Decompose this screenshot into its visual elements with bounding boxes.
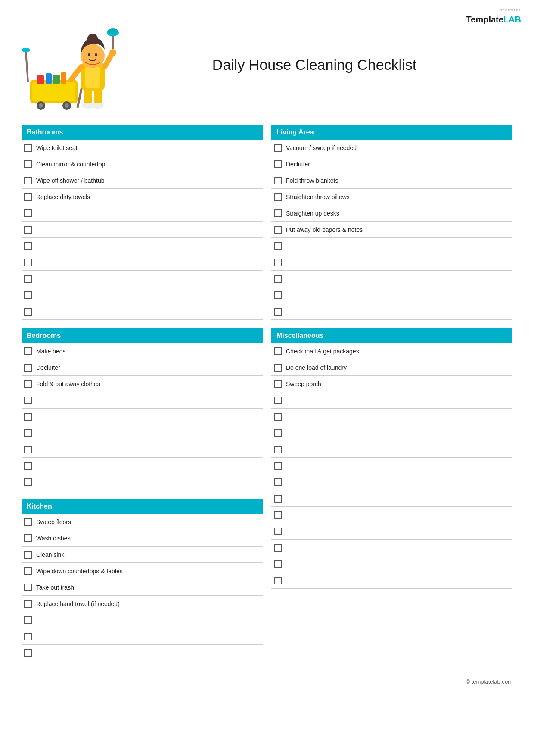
checkbox[interactable] <box>274 511 282 519</box>
checkbox[interactable] <box>24 209 32 217</box>
checkbox[interactable] <box>274 226 282 234</box>
checkbox[interactable] <box>24 567 32 575</box>
checklist-item[interactable]: Vacuum / sweep if needed <box>271 140 512 156</box>
checkbox[interactable] <box>24 518 32 526</box>
checklist-item[interactable] <box>271 458 512 474</box>
checklist-item[interactable] <box>22 628 263 645</box>
checkbox[interactable] <box>24 649 32 657</box>
checkbox[interactable] <box>24 177 32 184</box>
checkbox[interactable] <box>24 259 32 266</box>
checkbox[interactable] <box>274 478 282 486</box>
checkbox[interactable] <box>274 259 282 266</box>
checklist-item[interactable]: Sweep porch <box>271 376 512 392</box>
checkbox[interactable] <box>24 616 32 624</box>
checklist-item[interactable] <box>271 409 512 425</box>
checklist-item[interactable] <box>271 507 512 523</box>
checklist-item[interactable]: Clean mirror & countertop <box>22 156 263 172</box>
checkbox[interactable] <box>274 544 282 552</box>
checkbox[interactable] <box>274 308 282 316</box>
checkbox[interactable] <box>24 364 32 372</box>
checklist-item[interactable] <box>271 254 512 271</box>
checklist-item[interactable]: Fold & put away clothes <box>22 376 263 392</box>
checkbox[interactable] <box>274 413 282 421</box>
checklist-item[interactable] <box>271 303 512 320</box>
checkbox[interactable] <box>274 160 282 168</box>
checklist-item[interactable] <box>271 238 512 254</box>
checkbox[interactable] <box>24 160 32 168</box>
checklist-item[interactable] <box>22 222 263 238</box>
checklist-item[interactable] <box>271 540 512 556</box>
checklist-item[interactable] <box>22 425 263 441</box>
checklist-item[interactable]: Declutter <box>271 156 512 172</box>
checklist-item[interactable] <box>271 490 512 507</box>
checkbox[interactable] <box>24 462 32 470</box>
checkbox[interactable] <box>274 364 282 372</box>
checklist-item[interactable] <box>22 392 263 409</box>
checklist-item[interactable] <box>271 287 512 303</box>
checkbox[interactable] <box>274 209 282 217</box>
checkbox[interactable] <box>24 600 32 608</box>
checklist-item[interactable] <box>271 441 512 458</box>
checkbox[interactable] <box>24 347 32 355</box>
checkbox[interactable] <box>274 144 282 152</box>
checkbox[interactable] <box>24 584 32 591</box>
checklist-item[interactable]: Straighten up desks <box>271 205 512 222</box>
checklist-item[interactable] <box>22 287 263 303</box>
checkbox[interactable] <box>24 242 32 250</box>
checkbox[interactable] <box>274 577 282 584</box>
checklist-item[interactable]: Do one load of laundry <box>271 359 512 376</box>
checklist-item[interactable] <box>271 572 512 589</box>
checkbox[interactable] <box>24 380 32 388</box>
checkbox[interactable] <box>24 308 32 316</box>
checkbox[interactable] <box>274 397 282 404</box>
checkbox[interactable] <box>274 242 282 250</box>
checklist-item[interactable] <box>22 458 263 474</box>
checkbox[interactable] <box>24 144 32 152</box>
checkbox[interactable] <box>24 291 32 299</box>
checkbox[interactable] <box>274 347 282 355</box>
checkbox[interactable] <box>24 193 32 201</box>
checkbox[interactable] <box>24 446 32 453</box>
checkbox[interactable] <box>24 478 32 486</box>
checkbox[interactable] <box>274 291 282 299</box>
checklist-item[interactable]: Check mail & get packages <box>271 343 512 359</box>
checklist-item[interactable] <box>271 474 512 490</box>
checklist-item[interactable]: Fold throw blankets <box>271 172 512 189</box>
checkbox[interactable] <box>274 560 282 568</box>
checklist-item[interactable] <box>271 523 512 540</box>
checkbox[interactable] <box>24 275 32 283</box>
checklist-item[interactable] <box>271 271 512 287</box>
checkbox[interactable] <box>274 380 282 388</box>
checklist-item[interactable]: Take out trash <box>22 579 263 596</box>
checkbox[interactable] <box>274 495 282 503</box>
checklist-item[interactable] <box>22 441 263 458</box>
checklist-item[interactable] <box>22 409 263 425</box>
checkbox[interactable] <box>24 397 32 404</box>
checklist-item[interactable] <box>271 392 512 409</box>
checklist-item[interactable]: Declutter <box>22 359 263 376</box>
checklist-item[interactable]: Straighten throw pillows <box>271 189 512 205</box>
checklist-item[interactable]: Wipe off shower / bathtub <box>22 172 263 189</box>
checklist-item[interactable]: Put away old papers & notes <box>271 222 512 238</box>
checklist-item[interactable]: Replace hand towel (if needed) <box>22 596 263 612</box>
checkbox[interactable] <box>274 193 282 201</box>
checklist-item[interactable] <box>22 254 263 271</box>
checklist-item[interactable]: Make beds <box>22 343 263 359</box>
checklist-item[interactable] <box>22 612 263 628</box>
checklist-item[interactable] <box>271 425 512 441</box>
checklist-item[interactable] <box>22 238 263 254</box>
checkbox[interactable] <box>24 226 32 234</box>
checkbox[interactable] <box>24 413 32 421</box>
checklist-item[interactable] <box>271 556 512 572</box>
checkbox[interactable] <box>274 446 282 453</box>
checklist-item[interactable]: Wipe down countertops & tables <box>22 563 263 579</box>
checklist-item[interactable] <box>22 303 263 320</box>
checklist-item[interactable]: Wipe toilet seat <box>22 140 263 156</box>
checklist-item[interactable] <box>22 205 263 222</box>
checkbox[interactable] <box>274 429 282 437</box>
checklist-item[interactable] <box>22 645 263 661</box>
checklist-item[interactable]: Sweep floors <box>22 514 263 530</box>
checklist-item[interactable]: Wash dishes <box>22 530 263 547</box>
checklist-item[interactable]: Clean sink <box>22 547 263 563</box>
checklist-item[interactable] <box>22 474 263 490</box>
